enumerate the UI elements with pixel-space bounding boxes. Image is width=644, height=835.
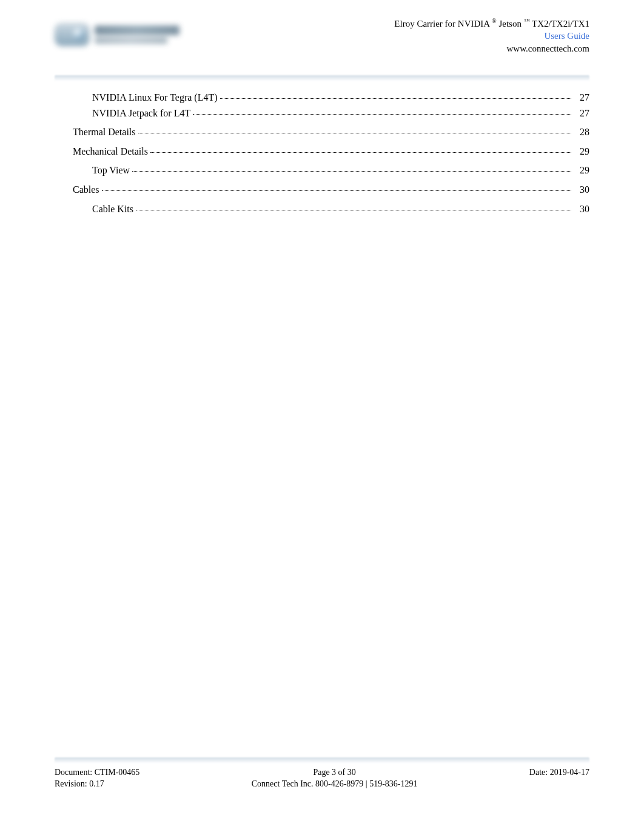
toc-page-number: 29 xyxy=(572,163,589,178)
footer-page: Page 3 of 30 xyxy=(252,767,418,779)
toc-page-number: 30 xyxy=(572,182,589,198)
toc-leader-dots xyxy=(102,190,571,191)
toc-row: Mechanical Details 29 xyxy=(55,144,589,159)
users-guide-label: Users Guide xyxy=(394,30,589,42)
toc-title: Cables xyxy=(73,182,99,198)
document-title: Elroy Carrier for NVIDIA ® Jetson ™ TX2/… xyxy=(394,17,589,30)
toc-row: Top View 29 xyxy=(55,163,589,178)
table-of-contents: NVIDIA Linux For Tegra (L4T) 27NVIDIA Je… xyxy=(55,90,589,216)
toc-row: Cable Kits30 xyxy=(55,201,589,217)
toc-row: Thermal Details 28 xyxy=(55,124,589,140)
toc-title: NVIDIA Jetpack for L4T xyxy=(92,106,190,121)
toc-title: Top View xyxy=(92,163,130,178)
toc-page-number: 29 xyxy=(572,144,589,159)
page: Elroy Carrier for NVIDIA ® Jetson ™ TX2/… xyxy=(0,0,644,835)
toc-row: NVIDIA Linux For Tegra (L4T) 27 xyxy=(55,90,589,106)
logo-dot-icon xyxy=(73,28,85,40)
toc-leader-dots xyxy=(132,171,571,172)
footer-document: Document: CTIM-00465 xyxy=(55,767,139,779)
toc-row: Cables 30 xyxy=(55,182,589,198)
page-footer: Document: CTIM-00465 Revision: 0.17 Page… xyxy=(55,757,589,790)
toc-leader-dots xyxy=(136,210,571,210)
toc-leader-dots xyxy=(138,133,571,133)
page-header: Elroy Carrier for NVIDIA ® Jetson ™ TX2/… xyxy=(55,17,589,64)
toc-leader-dots xyxy=(220,98,571,99)
header-separator xyxy=(55,75,589,81)
footer-left: Document: CTIM-00465 Revision: 0.17 xyxy=(55,767,139,790)
title-part3: TX2/TX2i/TX1 xyxy=(532,19,589,29)
toc-leader-dots xyxy=(150,152,571,153)
company-logo xyxy=(55,21,185,50)
title-part1: Elroy Carrier for NVIDIA xyxy=(394,19,489,29)
footer-center: Page 3 of 30 Connect Tech Inc. 800-426-8… xyxy=(252,767,418,790)
toc-page-number: 28 xyxy=(572,124,589,140)
logo-text-placeholder xyxy=(95,25,179,35)
toc-page-number: 30 xyxy=(572,201,589,217)
toc-title: Cable Kits xyxy=(92,201,133,217)
footer-right: Date: 2019-04-17 xyxy=(529,767,589,779)
toc-leader-dots xyxy=(193,114,571,115)
header-titles: Elroy Carrier for NVIDIA ® Jetson ™ TX2/… xyxy=(394,17,589,55)
registered-symbol: ® xyxy=(492,18,497,24)
toc-row: NVIDIA Jetpack for L4T 27 xyxy=(55,106,589,121)
footer-separator xyxy=(55,757,589,763)
footer-contact: Connect Tech Inc. 800-426-8979 | 519-836… xyxy=(252,779,418,790)
footer-row: Document: CTIM-00465 Revision: 0.17 Page… xyxy=(55,767,589,790)
toc-page-number: 27 xyxy=(572,106,589,121)
footer-date: Date: 2019-04-17 xyxy=(529,767,589,779)
logo-subtext-placeholder xyxy=(95,38,167,44)
toc-page-number: 27 xyxy=(572,90,589,106)
toc-title: Thermal Details xyxy=(73,124,136,140)
header-url: www.connecttech.com xyxy=(394,42,589,55)
title-part2: Jetson xyxy=(498,19,522,29)
trademark-symbol: ™ xyxy=(524,18,530,24)
footer-revision: Revision: 0.17 xyxy=(55,779,139,790)
toc-title: NVIDIA Linux For Tegra (L4T) xyxy=(92,90,218,106)
toc-title: Mechanical Details xyxy=(73,144,148,159)
